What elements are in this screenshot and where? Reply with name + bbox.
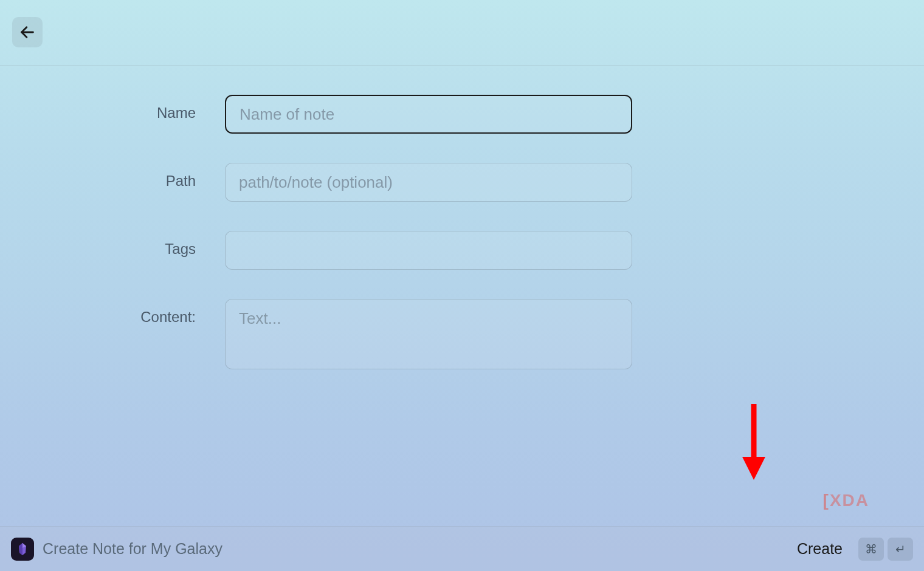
content-label: Content:: [0, 299, 225, 326]
tags-row: Tags: [0, 231, 924, 270]
path-label: Path: [0, 163, 225, 190]
enter-key-icon: ↵: [888, 538, 913, 561]
content-textarea[interactable]: [225, 299, 632, 369]
tags-label: Tags: [0, 231, 225, 258]
shortcut-hint: ⌘ ↵: [858, 538, 913, 561]
obsidian-icon: [15, 542, 30, 556]
cmd-key-icon: ⌘: [858, 538, 884, 561]
obsidian-app-icon: [11, 538, 34, 561]
tags-input[interactable]: [225, 231, 632, 270]
path-row: Path: [0, 163, 924, 202]
header-bar: [0, 0, 924, 66]
svg-marker-2: [742, 457, 765, 480]
footer-title: Create Note for My Galaxy: [43, 540, 787, 558]
create-note-form: Name Path Tags Content:: [0, 66, 924, 369]
watermark-text: [XDA: [823, 491, 869, 510]
content-row: Content:: [0, 299, 924, 369]
name-input[interactable]: [225, 95, 632, 134]
footer-bar: Create Note for My Galaxy Create ⌘ ↵: [0, 526, 924, 571]
arrow-left-icon: [19, 24, 36, 41]
annotation-arrow-icon: [739, 401, 769, 480]
create-button[interactable]: Create: [787, 535, 852, 562]
name-row: Name: [0, 95, 924, 134]
path-input[interactable]: [225, 163, 632, 202]
name-label: Name: [0, 95, 225, 121]
back-button[interactable]: [12, 17, 43, 47]
